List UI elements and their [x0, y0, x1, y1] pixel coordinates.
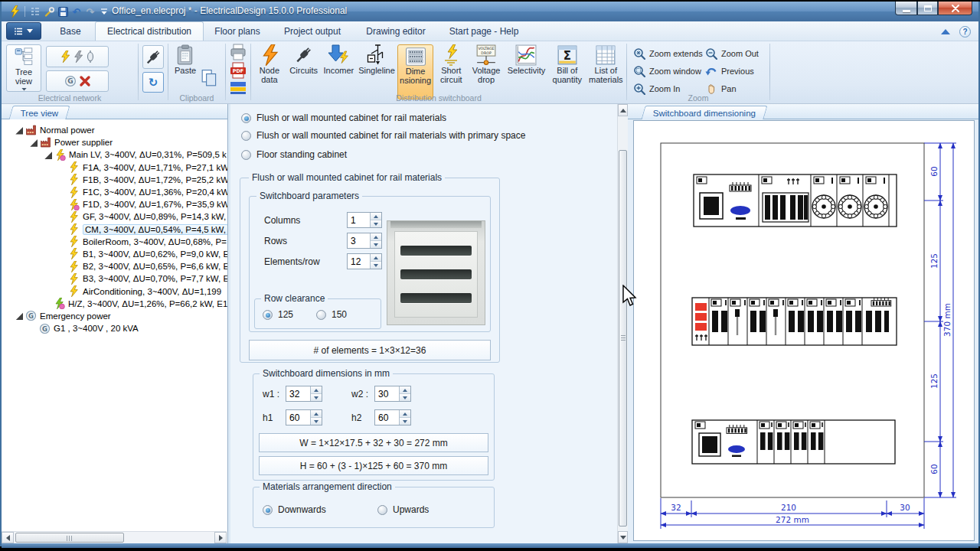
delete-x-icon[interactable]	[79, 75, 91, 87]
bill-of-quantity-button[interactable]: Σ Bill of quantity	[549, 44, 586, 84]
tree-item-f1d[interactable]: F1D, 3~400V, ΔU=1,67%, P=35,9 kW	[2, 198, 227, 210]
node-data-button[interactable]: Node data	[253, 44, 286, 84]
expand-arrow-icon[interactable]	[29, 139, 38, 147]
export-pdf-button[interactable]: PDF	[229, 62, 247, 82]
application-menu-button[interactable]	[6, 22, 41, 40]
close-button[interactable]	[938, 2, 972, 15]
list-of-materials-button[interactable]: List of materials	[587, 44, 625, 84]
columns-input[interactable]	[348, 213, 370, 227]
radio-clearance-150[interactable]	[316, 310, 326, 320]
tree-item-f1c[interactable]: F1C, 3~400V, ΔU=1,36%, P=20,4 kW	[2, 186, 227, 198]
h1-stepper[interactable]	[286, 409, 322, 425]
h1-up-button[interactable]	[311, 410, 322, 418]
tree-item-b1[interactable]: B1, 3~400V, ΔU=0,62%, P=9,0 kW, E	[2, 248, 227, 260]
elements-input[interactable]	[348, 254, 370, 269]
settings-wrench-icon[interactable]	[42, 5, 56, 18]
singleline-button[interactable]: Singleline	[358, 44, 395, 75]
tree-item-b3[interactable]: B3, 3~400V, ΔU=0,70%, P=7,7 kW, E	[2, 272, 227, 285]
scroll-down-button[interactable]	[618, 531, 628, 543]
h1-input[interactable]	[286, 410, 310, 425]
scroll-up-button[interactable]	[618, 104, 628, 116]
elements-down-button[interactable]	[371, 262, 381, 269]
tab-project-output[interactable]: Project output	[271, 21, 354, 41]
h1-down-button[interactable]	[311, 418, 322, 425]
export-image-button[interactable]	[229, 81, 247, 98]
minimize-button[interactable]	[895, 2, 917, 15]
rows-input[interactable]	[348, 233, 370, 248]
undo-button[interactable]: ↶	[70, 5, 83, 18]
redo-button[interactable]: ↷	[83, 5, 97, 18]
tree-item-normal-power[interactable]: Normal power	[2, 124, 227, 136]
selectivity-button[interactable]: Selectivity	[505, 44, 547, 75]
tree-item-g1[interactable]: G1 , 3~400V , 20 kVA	[2, 322, 227, 334]
h2-input[interactable]	[375, 410, 399, 425]
expand-arrow-icon[interactable]	[15, 126, 23, 135]
tree-view-button[interactable]: Tree view	[6, 44, 41, 92]
connect-plug-button[interactable]	[142, 45, 164, 69]
tree-item-f1a[interactable]: F1A, 3~400V, ΔU=1,71%, P=27,1 kW	[2, 161, 227, 174]
tree-item-boilerroom[interactable]: BoilerRoom, 3~400V, ΔU=0,68%, P=	[2, 236, 227, 248]
incomer-button[interactable]: Incomer	[322, 44, 357, 75]
scroll-right-button[interactable]	[214, 532, 227, 543]
tab-electrical-distribution[interactable]: Electrical distribution	[95, 21, 204, 41]
zoom-window-button[interactable]: Zoom window	[633, 64, 703, 78]
collapse-ribbon-icon[interactable]	[941, 29, 950, 34]
w1-input[interactable]	[286, 386, 310, 401]
elements-stepper[interactable]	[347, 253, 382, 269]
tree-horizontal-scrollbar[interactable]	[2, 531, 227, 543]
columns-down-button[interactable]	[371, 220, 381, 227]
form-vertical-scrollbar[interactable]	[617, 104, 628, 543]
tree-item-f1b[interactable]: F1B, 3~400V, ΔU=1,72%, P=25,2 kW	[2, 174, 227, 186]
rows-down-button[interactable]	[371, 241, 381, 248]
paste-button[interactable]: Paste	[172, 44, 199, 92]
dimensioning-button[interactable]: Dime nsioning	[397, 44, 434, 99]
fuse-icon[interactable]	[86, 51, 95, 63]
w1-up-button[interactable]	[311, 386, 322, 394]
scrollbar-thumb[interactable]	[619, 150, 627, 527]
w2-up-button[interactable]	[400, 386, 410, 394]
elements-up-button[interactable]	[371, 254, 381, 262]
generator-icon[interactable]	[64, 75, 77, 87]
radio-clearance-125[interactable]	[263, 310, 273, 320]
save-button[interactable]	[56, 5, 70, 18]
maximize-button[interactable]	[917, 2, 938, 15]
tab-drawing-editor[interactable]: Drawing editor	[354, 21, 438, 41]
circuits-button[interactable]: Circuits	[288, 44, 320, 75]
print-button[interactable]	[229, 44, 247, 64]
qat-customize-dropdown[interactable]	[97, 5, 111, 18]
w2-input[interactable]	[375, 386, 399, 401]
copy-button[interactable]	[201, 69, 219, 90]
w2-down-button[interactable]	[400, 394, 410, 401]
radio-floor-standing-cabinet[interactable]	[241, 150, 251, 160]
tree-options-icon[interactable]	[28, 5, 42, 18]
expand-arrow-icon[interactable]	[15, 311, 23, 320]
tree-item-airconditioning[interactable]: AirConditioning, 3~400V, ΔU=1,199	[2, 285, 227, 297]
radio-flush-cabinet-primary-space[interactable]	[241, 131, 251, 141]
tree-item-gf[interactable]: GF, 3~400V, ΔU=0,89%, P=14,3 kW,	[2, 210, 227, 223]
tree-item-b2[interactable]: B2, 3~400V, ΔU=0,65%, P=6,6 kW, E	[2, 260, 227, 272]
tree-item-power-supplier[interactable]: Power supplier	[2, 136, 227, 148]
w1-stepper[interactable]	[286, 386, 322, 402]
tab-switchboard-dimensioning[interactable]: Switchboard dimensioning	[641, 106, 767, 119]
zoom-previous-button[interactable]: Previous	[705, 64, 759, 78]
w1-down-button[interactable]	[311, 394, 322, 401]
add-node-bolt-gray-icon[interactable]	[73, 51, 83, 63]
help-icon[interactable]: ?	[959, 26, 971, 37]
scroll-left-button[interactable]	[2, 532, 14, 543]
tab-floor-plans[interactable]: Floor plans	[204, 21, 271, 41]
tree-item-cm[interactable]: CM, 3~400V, ΔU=0,54%, P=4,5 kW,	[2, 223, 227, 236]
scrollbar-thumb[interactable]	[15, 533, 124, 543]
tree-item-main-lv[interactable]: Main LV, 3~400V, ΔU=0,31%, P=509,5 k	[2, 148, 227, 161]
add-consumer-bolt-icon[interactable]	[60, 51, 70, 63]
refresh-button[interactable]: ↻	[142, 72, 164, 93]
tab-start-page-help[interactable]: Start page - Help	[438, 21, 530, 41]
w2-stepper[interactable]	[374, 386, 411, 402]
tab-tree-view[interactable]: Tree view	[8, 106, 70, 119]
rows-stepper[interactable]	[347, 233, 382, 249]
voltage-drop-button[interactable]: VOLTAGEDROP Voltage drop	[469, 44, 504, 84]
zoom-out-button[interactable]: Zoom Out	[705, 46, 759, 60]
expand-arrow-icon[interactable]	[44, 151, 52, 159]
radio-downwards[interactable]	[263, 505, 273, 515]
columns-stepper[interactable]	[347, 212, 382, 228]
h2-up-button[interactable]	[400, 410, 410, 418]
